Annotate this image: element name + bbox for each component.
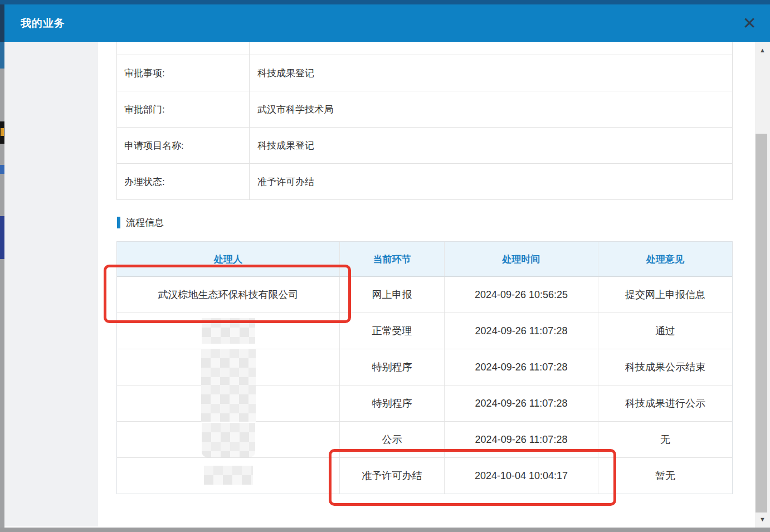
cell-time: 2024-09-26 11:07:28	[445, 385, 598, 421]
cell-handler: 武汉棕地生态环保科技有限公司	[117, 277, 340, 313]
detail-value: 科技成果登记	[250, 67, 732, 80]
background-fragment	[0, 216, 4, 259]
scrollbar-thumb[interactable]	[756, 134, 767, 513]
detail-label: 申请项目名称:	[117, 128, 250, 163]
modal-scrollbar[interactable]: ▲ ▼	[755, 42, 770, 528]
redaction-mosaic	[202, 423, 255, 457]
cell-step: 网上申报	[340, 277, 445, 313]
column-header-handler: 处理人	[117, 242, 340, 276]
cell-step: 特别程序	[340, 349, 445, 385]
cell-step: 公示	[340, 422, 445, 457]
cell-handler	[117, 458, 340, 494]
scroll-down-icon[interactable]: ▼	[755, 513, 770, 525]
modal-title: 我的业务	[4, 16, 65, 31]
table-row: 办理状态: 准予许可办结	[117, 164, 732, 200]
redaction-mosaic	[202, 318, 255, 344]
detail-value: 武汉市科学技术局	[250, 103, 732, 116]
table-header-row: 处理人 当前环节 处理时间 处理意见	[117, 242, 732, 277]
table-row: 审批事项: 科技成果登记	[117, 55, 732, 91]
background-fragment	[0, 4, 4, 42]
cell-time: 2024-09-26 11:07:28	[445, 313, 598, 349]
cell-step: 准予许可办结	[340, 458, 445, 494]
cell-time: 2024-10-04 10:04:17	[445, 458, 598, 494]
modal-left-panel	[4, 42, 98, 526]
section-accent-bar	[117, 217, 120, 228]
cell-opinion: 科技成果进行公示	[598, 385, 732, 421]
cell-step: 正常受理	[340, 313, 445, 349]
detail-label: 审批事项:	[117, 55, 250, 91]
detail-label: 审批部门:	[117, 91, 250, 127]
redaction-mosaic	[201, 349, 256, 385]
cell-time: 2024-09-26 11:07:28	[445, 422, 598, 457]
scroll-up-icon[interactable]: ▲	[755, 44, 770, 56]
section-header: 流程信息	[117, 216, 164, 229]
background-fragment	[0, 121, 4, 144]
cell-opinion: 科技成果公示结束	[598, 349, 732, 385]
table-row: 特别程序 2024-09-26 11:07:28 科技成果进行公示	[117, 385, 732, 422]
detail-label: 办理状态:	[117, 164, 250, 199]
table-row-partial	[117, 42, 732, 55]
background-fragment	[0, 42, 4, 69]
detail-value: 准予许可办结	[250, 175, 732, 188]
background-fragment	[0, 165, 4, 174]
cell-handler	[117, 422, 340, 457]
table-row: 审批部门: 武汉市科学技术局	[117, 91, 732, 128]
table-row: 准予许可办结 2024-10-04 10:04:17 暂无	[117, 458, 732, 494]
approval-detail-table: 审批事项: 科技成果登记 审批部门: 武汉市科学技术局 申请项目名称: 科技成果…	[116, 42, 733, 200]
cell-handler	[117, 313, 340, 349]
cell-handler	[117, 385, 340, 421]
cell-step: 特别程序	[340, 385, 445, 421]
section-title: 流程信息	[126, 216, 164, 229]
detail-value: 科技成果登记	[250, 139, 732, 152]
table-row: 武汉棕地生态环保科技有限公司 网上申报 2024-09-26 10:56:25 …	[117, 277, 732, 313]
cell-opinion: 提交网上申报信息	[598, 277, 732, 313]
table-row: 申请项目名称: 科技成果登记	[117, 128, 732, 164]
cell-opinion: 通过	[598, 313, 732, 349]
background-page-left-strip	[0, 4, 4, 528]
cell-opinion: 暂无	[598, 458, 732, 494]
cell-handler	[117, 349, 340, 385]
background-page-top-strip	[0, 0, 770, 4]
detail-label	[117, 42, 250, 55]
close-icon[interactable]: ✕	[743, 4, 757, 42]
redaction-mosaic	[201, 385, 256, 422]
cell-time: 2024-09-26 10:56:25	[445, 277, 598, 313]
modal-header: 我的业务 ✕	[4, 4, 770, 42]
column-header-time: 处理时间	[445, 242, 598, 276]
column-header-opinion: 处理意见	[598, 242, 732, 276]
table-row: 特别程序 2024-09-26 11:07:28 科技成果公示结束	[117, 349, 732, 385]
table-row: 正常受理 2024-09-26 11:07:28 通过	[117, 313, 732, 349]
process-info-table: 处理人 当前环节 处理时间 处理意见 武汉棕地生态环保科技有限公司 网上申报 2…	[116, 241, 733, 494]
table-row: 公示 2024-09-26 11:07:28 无	[117, 422, 732, 458]
background-page-bottom-strip	[0, 528, 770, 532]
cell-opinion: 无	[598, 422, 732, 457]
column-header-step: 当前环节	[340, 242, 445, 276]
redaction-mosaic	[204, 466, 253, 485]
cell-time: 2024-09-26 11:07:28	[445, 349, 598, 385]
